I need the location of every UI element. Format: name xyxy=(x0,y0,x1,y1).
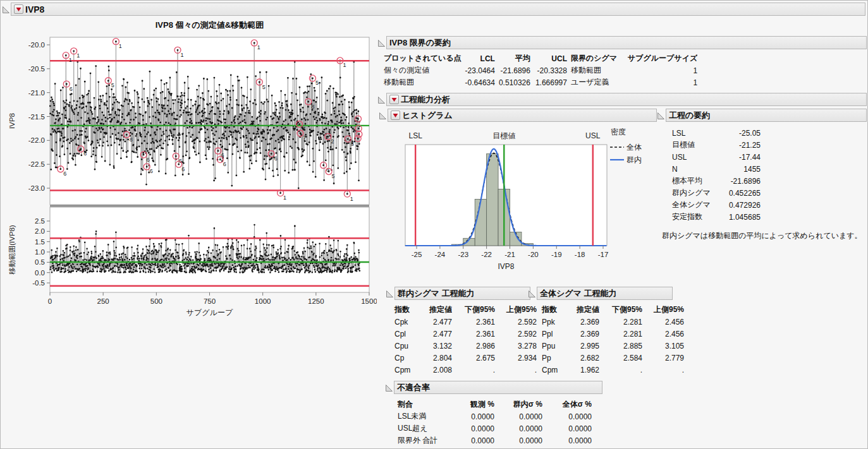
histogram-header[interactable]: ヒストグラム xyxy=(379,109,657,122)
table-cell: 0.0000 xyxy=(494,434,542,446)
table-cell: 2.361 xyxy=(452,316,495,328)
svg-text:-19: -19 xyxy=(551,251,562,258)
red-triangle-menu-button[interactable] xyxy=(389,95,399,104)
test-flag-label: 5 xyxy=(315,80,319,86)
column-header: 下側95% xyxy=(452,304,495,316)
column-header: UCL xyxy=(530,52,567,64)
svg-text:750: 750 xyxy=(204,297,216,305)
svg-text:-23: -23 xyxy=(458,251,468,258)
table-cell: 移動範囲 xyxy=(567,64,624,76)
table-cell: 3.278 xyxy=(495,340,537,352)
table-cell: 2.592 xyxy=(495,316,537,328)
table-cell: 2.008 xyxy=(420,364,452,376)
table-cell: Ppk xyxy=(538,316,567,328)
disclosure-triangle-icon[interactable] xyxy=(2,5,10,13)
disclosure-triangle-icon[interactable] xyxy=(528,289,536,297)
red-triangle-menu-button[interactable] xyxy=(14,4,23,14)
test-flag-label: 2 xyxy=(331,138,334,145)
report-root-header[interactable]: IVP8 xyxy=(2,3,865,16)
nonconformance-header[interactable]: 不適合率 xyxy=(385,381,602,394)
table-cell: 0.0000 xyxy=(494,422,542,434)
test-flag-label: 6 xyxy=(150,168,153,174)
table-cell: 2.675 xyxy=(452,352,495,364)
table-cell: 0.510326 xyxy=(495,76,530,88)
capability-analysis-title: 工程能力分析 xyxy=(401,94,450,105)
disclosure-triangle-icon[interactable] xyxy=(377,95,386,104)
capability-analysis-header[interactable]: 工程能力分析 xyxy=(377,93,867,106)
svg-text:0.0: 0.0 xyxy=(35,269,45,277)
y-axis-label: 移動範囲(IVP8) xyxy=(8,225,16,275)
red-triangle-icon xyxy=(16,7,21,12)
table-cell: 1.666997 xyxy=(530,76,567,88)
column-header: サブグループサイズ xyxy=(624,52,697,64)
table-cell: 0.0000 xyxy=(458,434,494,446)
table-cell: 標本平均 xyxy=(668,175,721,187)
table-cell: N xyxy=(668,163,721,175)
test-flag-label: 1 xyxy=(181,52,184,58)
test-flag-label: 7 xyxy=(303,135,306,141)
test-flag-label: 5 xyxy=(262,84,266,90)
disclosure-triangle-icon[interactable] xyxy=(657,111,665,119)
table-cell: Cpm xyxy=(538,364,567,376)
table-cell: . xyxy=(495,364,537,376)
spec-limit-label: 目標値 xyxy=(492,131,515,140)
svg-text:-22: -22 xyxy=(481,251,492,258)
svg-text:-22.5: -22.5 xyxy=(28,160,45,168)
svg-text:250: 250 xyxy=(97,297,109,305)
individual-and-moving-range-chart[interactable]: 11111111666666666665555887723-20.0-20.5-… xyxy=(7,35,377,320)
report-title: IVP8 xyxy=(25,4,44,15)
table-cell: 1 xyxy=(624,64,697,76)
table-cell: 3.132 xyxy=(420,340,452,352)
disclosure-triangle-icon[interactable] xyxy=(385,383,393,392)
x-axis-label: IVP8 xyxy=(498,262,514,271)
table-cell: 全体シグマ xyxy=(668,199,721,211)
svg-text:1000: 1000 xyxy=(255,297,271,305)
svg-text:1500: 1500 xyxy=(361,297,377,305)
test-flag-label: 5 xyxy=(332,173,335,179)
capability-histogram-chart[interactable]: LSLUSL目標値-25-24-23-22-21-20-19-18-17IVP8… xyxy=(388,126,658,278)
column-header: 割合 xyxy=(394,398,458,410)
svg-text:-0.5: -0.5 xyxy=(32,279,45,287)
table-cell: 目標値 xyxy=(668,139,721,151)
svg-text:2.5: 2.5 xyxy=(35,217,45,225)
process-summary-header[interactable]: 工程の要約 xyxy=(657,109,867,122)
svg-text:1.0: 1.0 xyxy=(35,248,45,256)
svg-text:1.5: 1.5 xyxy=(35,238,45,246)
moving-range-plot-frame xyxy=(50,207,369,292)
nonconformance-table: 割合観測 %群内σ %全体σ %LSL未満0.00000.00000.0000U… xyxy=(394,398,592,446)
test-flag-label: 1 xyxy=(69,57,72,63)
table-cell: 2.592 xyxy=(495,328,537,340)
svg-text:-17: -17 xyxy=(598,251,609,258)
disclosure-triangle-icon[interactable] xyxy=(379,111,387,119)
red-triangle-icon xyxy=(391,97,397,102)
table-cell: LSL xyxy=(668,127,721,139)
column-header: 指数 xyxy=(391,304,420,316)
table-cell: 2.477 xyxy=(420,328,452,340)
within-capability-header[interactable]: 群内シグマ 工程能力 xyxy=(386,287,530,300)
disclosure-triangle-icon[interactable] xyxy=(386,289,394,297)
column-header: 限界のシグマ xyxy=(567,52,624,64)
column-header: 推定値 xyxy=(567,304,599,316)
within-capability-table: 指数推定値下側95%上側95%Cpk2.4772.3612.592Cpl2.47… xyxy=(391,304,537,376)
red-triangle-icon xyxy=(393,113,398,118)
table-cell: 2.804 xyxy=(420,352,452,364)
limits-summary-header[interactable]: IVP8 限界の要約 xyxy=(377,36,867,49)
svg-text:-21: -21 xyxy=(504,251,515,258)
svg-text:-23.0: -23.0 xyxy=(28,184,45,192)
test-flag-label: 3 xyxy=(351,141,354,147)
test-flag-label: 6 xyxy=(181,166,185,172)
overall-capability-table: 指数推定値下側95%上側95%Ppk2.3692.2812.456Ppl2.36… xyxy=(538,304,684,376)
test-flag-label: 8 xyxy=(311,104,314,110)
table-cell: -0.64634 xyxy=(462,76,495,88)
column-header: 推定値 xyxy=(420,304,452,316)
table-cell: -17.44 xyxy=(721,151,761,163)
table-cell: -20.3328 xyxy=(530,64,567,76)
test-flag-label: 6 xyxy=(63,171,66,177)
overall-capability-header[interactable]: 全体シグマ 工程能力 xyxy=(528,287,673,300)
table-cell: 2.456 xyxy=(642,316,684,328)
disclosure-triangle-icon[interactable] xyxy=(377,39,386,47)
table-cell: -23.0464 xyxy=(462,64,495,76)
red-triangle-menu-button[interactable] xyxy=(391,111,400,120)
table-cell: 1455 xyxy=(721,163,761,175)
svg-text:-20.0: -20.0 xyxy=(28,41,45,49)
